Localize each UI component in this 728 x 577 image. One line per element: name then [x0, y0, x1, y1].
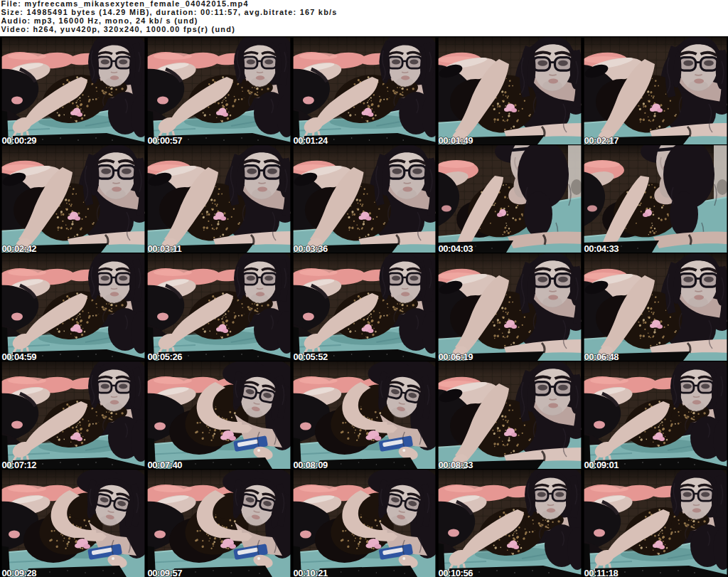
svg-text:00:01:49: 00:01:49 — [439, 135, 473, 144]
svg-text:00:04:03: 00:04:03 — [439, 243, 473, 253]
svg-text:00:10:21: 00:10:21 — [293, 568, 327, 577]
svg-text:00:09:28: 00:09:28 — [2, 568, 37, 577]
svg-text:00:08:33: 00:08:33 — [439, 460, 473, 469]
svg-text:00:01:24: 00:01:24 — [293, 135, 328, 144]
svg-text:00:05:52: 00:05:52 — [293, 351, 327, 361]
svg-text:00:09:01: 00:09:01 — [584, 460, 619, 469]
svg-text:00:09:57: 00:09:57 — [148, 568, 183, 577]
svg-text:00:05:26: 00:05:26 — [148, 351, 183, 361]
svg-text:00:00:29: 00:00:29 — [2, 135, 37, 144]
svg-text:00:10:56: 00:10:56 — [439, 568, 473, 577]
svg-text:00:02:17: 00:02:17 — [584, 135, 619, 144]
svg-text:00:06:19: 00:06:19 — [439, 351, 473, 361]
svg-text:00:11:18: 00:11:18 — [584, 568, 619, 577]
svg-text:00:04:59: 00:04:59 — [2, 351, 37, 361]
svg-text:00:03:11: 00:03:11 — [148, 243, 182, 253]
svg-text:00:00:57: 00:00:57 — [148, 135, 183, 144]
svg-text:00:08:09: 00:08:09 — [293, 460, 327, 469]
svg-text:00:03:36: 00:03:36 — [293, 243, 327, 253]
svg-text:00:06:48: 00:06:48 — [584, 351, 619, 361]
svg-text:00:04:33: 00:04:33 — [584, 243, 619, 253]
svg-text:00:02:42: 00:02:42 — [2, 243, 37, 253]
svg-text:00:07:12: 00:07:12 — [2, 460, 37, 469]
svg-text:00:07:40: 00:07:40 — [148, 460, 183, 469]
